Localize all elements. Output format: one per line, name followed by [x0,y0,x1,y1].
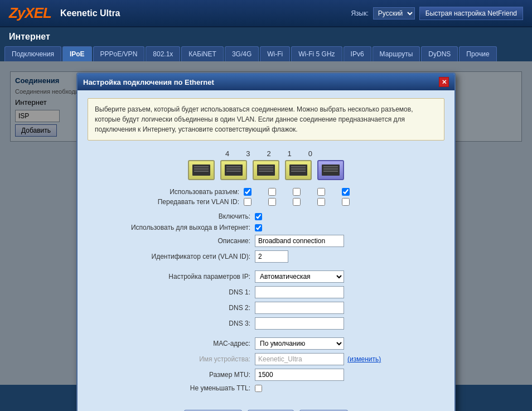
vlan-tag-checkboxes [244,198,350,206]
use-port-row: Использовать разъем: [88,188,444,196]
port-icon-1[interactable] [285,160,312,180]
modal-footer: Применить Отмена Удалить [78,403,454,411]
port-num-4: 4 [225,149,229,158]
vlan-tag-0-checkbox[interactable] [342,198,350,206]
mtu-row: Размер MTU: [88,369,444,381]
dns1-row: DNS 1: [88,286,444,298]
tab-pppoe-vpn[interactable]: PPPoE/VPN [93,46,145,61]
tab-kabinet[interactable]: КАБiNET [181,46,224,61]
use-port-2-checkbox[interactable] [293,188,301,196]
tab-3g4g[interactable]: 3G/4G [225,46,259,61]
ttl-label: Не уменьшать TTL: [88,384,255,392]
dns2-input[interactable] [255,302,344,314]
port-num-3: 3 [246,149,250,158]
port-num-1: 1 [288,149,292,158]
dns3-label: DNS 3: [88,320,255,327]
port-icon-4[interactable] [188,160,215,180]
port-connector-0 [322,165,340,176]
vlan-id-input[interactable] [255,250,288,263]
modal-body: Выберите разъем, который будет использов… [78,90,454,403]
enable-checkbox[interactable] [255,213,262,220]
main-content: Соединения Соединения необходимо настрои… [0,61,532,385]
vlan-tag-row: Передавать теги VLAN ID: [88,198,444,206]
header-right: Язык: Русский Быстрая настройка NetFrien… [351,7,523,20]
internet-label: Использовать для выхода в Интернет: [88,224,255,231]
vlan-tag-2-checkbox[interactable] [293,198,301,206]
page-title-bar: Интернет [0,27,532,46]
use-port-0-checkbox[interactable] [342,188,350,196]
tabs-bar: Подключения IPoE PPPoE/VPN 802.1x КАБiNE… [0,46,532,61]
port-section: 4 3 2 1 0 [88,149,444,180]
mtu-input[interactable] [255,369,344,381]
enable-label: Включить: [88,212,255,220]
tab-8021x[interactable]: 802.1x [146,46,180,61]
use-port-1-checkbox[interactable] [317,188,325,196]
dns1-input[interactable] [255,286,344,298]
change-device-name-link[interactable]: (изменить) [347,355,381,363]
vlan-tag-1-checkbox[interactable] [317,198,325,206]
use-port-4-checkbox[interactable] [244,188,252,196]
header-left: ZyXEL Keenetic Ultra [9,4,120,22]
dns2-label: DNS 2: [88,304,255,312]
lang-select[interactable]: Русский [373,7,415,20]
port-icon-0[interactable] [317,160,344,180]
lang-label: Язык: [351,9,368,17]
description-label: Описание: [88,237,255,245]
mac-label: МАС-адрес: [88,340,255,347]
vlan-tag-3-checkbox[interactable] [268,198,276,206]
header: ZyXEL Keenetic Ultra Язык: Русский Быстр… [0,0,532,27]
port-num-2: 2 [267,149,270,158]
ttl-checkbox[interactable] [255,385,262,392]
dns1-label: DNS 1: [88,288,255,296]
vlan-tag-4-checkbox[interactable] [244,198,252,206]
internet-row: Использовать для выхода в Интернет: [88,224,444,231]
modal-header: Настройка подключения по Ethernet ✕ [78,74,454,90]
mac-select[interactable]: По умолчанию Вручную Клонировать [255,337,344,350]
port-connector-4 [192,165,210,176]
tab-dydns[interactable]: DyDNS [421,46,458,61]
use-port-checkboxes [244,188,350,196]
internet-checkbox[interactable] [255,224,262,231]
description-row: Описание: [88,235,444,247]
tab-prochie[interactable]: Прочие [459,46,496,61]
port-connector-2 [257,165,275,176]
tab-wifi[interactable]: Wi-Fi [260,46,290,61]
device-name-input[interactable] [255,353,344,365]
device-name-label: Имя устройства: [88,355,255,363]
device-name-row: Имя устройства: (изменить) [88,353,444,365]
keenetic-logo: Keenetic Ultra [60,8,120,18]
port-connector-3 [225,165,243,176]
mac-row: МАС-адрес: По умолчанию Вручную Клониров… [88,337,444,350]
tab-marshruty[interactable]: Маршруты [373,46,420,61]
dns2-row: DNS 2: [88,302,444,314]
ip-settings-select[interactable]: Автоматическая Вручную [255,270,344,283]
info-box: Выберите разъем, который будет использов… [88,98,444,141]
ip-settings-label: Настройка параметров IP: [88,273,255,281]
dns3-input[interactable] [255,317,344,330]
tab-podklyucheniya[interactable]: Подключения [4,46,61,61]
page-title: Интернет [9,32,50,41]
port-numbers: 4 3 2 1 0 [220,149,312,158]
modal-title: Настройка подключения по Ethernet [83,78,214,86]
ttl-row: Не уменьшать TTL: [88,384,444,392]
tab-ipv6[interactable]: IPv6 [344,46,371,61]
modal-close-button[interactable]: ✕ [439,77,449,87]
vlan-tag-label: Передавать теги VLAN ID: [88,198,244,206]
port-num-0: 0 [308,149,312,158]
tab-wifi5ghz[interactable]: Wi-Fi 5 GHz [291,46,342,61]
port-icon-2[interactable] [253,160,279,180]
port-icon-3[interactable] [220,160,247,180]
use-port-label: Использовать разъем: [88,188,244,196]
ethernet-settings-modal: Настройка подключения по Ethernet ✕ Выбе… [76,72,456,411]
modal-overlay: Настройка подключения по Ethernet ✕ Выбе… [0,61,532,385]
port-connector-1 [289,165,307,176]
quick-setup-button[interactable]: Быстрая настройка NetFriend [419,7,523,20]
mtu-label: Размер MTU: [88,371,255,379]
enable-row: Включить: [88,212,444,220]
vlan-id-row: Идентификатор сети (VLAN ID): [88,250,444,263]
tab-ipoe[interactable]: IPoE [62,46,92,61]
vlan-id-label: Идентификатор сети (VLAN ID): [88,253,255,260]
zyxel-logo: ZyXEL [9,4,51,22]
use-port-3-checkbox[interactable] [268,188,276,196]
description-input[interactable] [255,235,344,247]
